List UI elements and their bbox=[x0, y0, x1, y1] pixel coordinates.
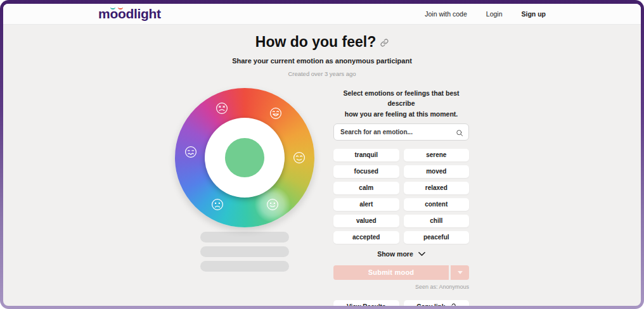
angry-face-icon[interactable] bbox=[216, 102, 228, 115]
emotion-prompt: Select emotions or feelings that best de… bbox=[333, 88, 469, 119]
emotion-button-alert[interactable]: alert bbox=[333, 198, 399, 211]
search-icon bbox=[456, 128, 463, 139]
seen-as-label: Seen as: Anonymous bbox=[333, 284, 469, 290]
skeleton-bar bbox=[200, 232, 289, 243]
window-frame: moodlight Join with code Login Sign up H… bbox=[0, 0, 644, 309]
nav-join-with-code[interactable]: Join with code bbox=[425, 10, 467, 18]
sad-face-icon[interactable] bbox=[211, 198, 224, 211]
logo-text: m bbox=[98, 6, 110, 21]
emotion-button-moved[interactable]: moved bbox=[404, 165, 470, 178]
emotion-search-input[interactable] bbox=[333, 123, 469, 141]
nav-login[interactable]: Login bbox=[486, 10, 503, 18]
created-timestamp: Created over 3 years ago bbox=[3, 70, 641, 77]
copy-link-button[interactable]: Copy link bbox=[404, 300, 470, 306]
view-results-label: View Results bbox=[347, 303, 386, 306]
nav-sign-up[interactable]: Sign up bbox=[522, 10, 546, 18]
anxious-face-icon[interactable] bbox=[184, 146, 197, 158]
emotion-button-serene[interactable]: serene bbox=[404, 149, 470, 161]
emotion-button-accepted[interactable]: accepted bbox=[333, 231, 399, 244]
show-more-button[interactable]: Show more bbox=[333, 250, 469, 258]
mood-wheel[interactable] bbox=[175, 88, 314, 227]
title-link-icon[interactable] bbox=[380, 34, 389, 51]
emotion-button-calm[interactable]: calm bbox=[333, 182, 399, 194]
emotion-grid: tranquil serene focused moved calm relax… bbox=[333, 149, 469, 244]
emotion-button-peaceful[interactable]: peaceful bbox=[404, 231, 470, 244]
skeleton-bar bbox=[200, 261, 289, 272]
app-window: moodlight Join with code Login Sign up H… bbox=[3, 4, 641, 306]
main-content: How do you feel? Share your current emot… bbox=[3, 25, 641, 306]
footer-actions: View Results Copy link bbox=[333, 300, 469, 306]
page-subtitle: Share your current emotion as anonymous … bbox=[3, 57, 641, 65]
emotion-button-relaxed[interactable]: relaxed bbox=[404, 182, 470, 194]
happy-face-icon[interactable] bbox=[266, 198, 279, 211]
loading-skeleton bbox=[200, 232, 289, 272]
submit-mood-button[interactable]: Submit mood bbox=[333, 265, 449, 280]
emotion-button-content[interactable]: content bbox=[404, 198, 470, 211]
emotion-button-valued[interactable]: valued bbox=[333, 215, 399, 227]
top-navigation-bar: moodlight Join with code Login Sign up bbox=[3, 4, 641, 25]
chevron-down-icon bbox=[418, 251, 425, 256]
prompt-line-1: Select emotions or feelings that best de… bbox=[333, 88, 469, 109]
skeleton-bar bbox=[200, 246, 289, 257]
logo-o-teal-breve: o bbox=[110, 6, 118, 22]
page-title-text: How do you feel? bbox=[255, 34, 376, 51]
submit-split-button: Submit mood bbox=[333, 265, 469, 280]
content-face-icon[interactable] bbox=[293, 151, 306, 164]
logo-text: dlight bbox=[126, 6, 160, 21]
wheel-center-mood-dot[interactable] bbox=[225, 138, 264, 177]
submit-options-dropdown-button[interactable] bbox=[451, 265, 469, 280]
emotion-button-chill[interactable]: chill bbox=[404, 215, 470, 227]
emotion-button-focused[interactable]: focused bbox=[333, 165, 399, 178]
header-nav: Join with code Login Sign up bbox=[425, 10, 546, 18]
chevron-down-icon bbox=[458, 271, 463, 274]
logo-o-orange-breve: o bbox=[118, 6, 126, 22]
emotion-button-tranquil[interactable]: tranquil bbox=[333, 149, 399, 161]
show-more-label: Show more bbox=[377, 250, 413, 258]
prompt-line-2: how you are feeling at this moment. bbox=[333, 109, 469, 119]
moodlight-logo[interactable]: moodlight bbox=[98, 6, 161, 22]
copy-link-label: Copy link bbox=[416, 303, 445, 306]
page-title: How do you feel? bbox=[255, 34, 389, 51]
link-icon bbox=[449, 303, 456, 306]
laughing-face-icon[interactable] bbox=[269, 107, 282, 120]
view-results-button[interactable]: View Results bbox=[333, 300, 399, 306]
